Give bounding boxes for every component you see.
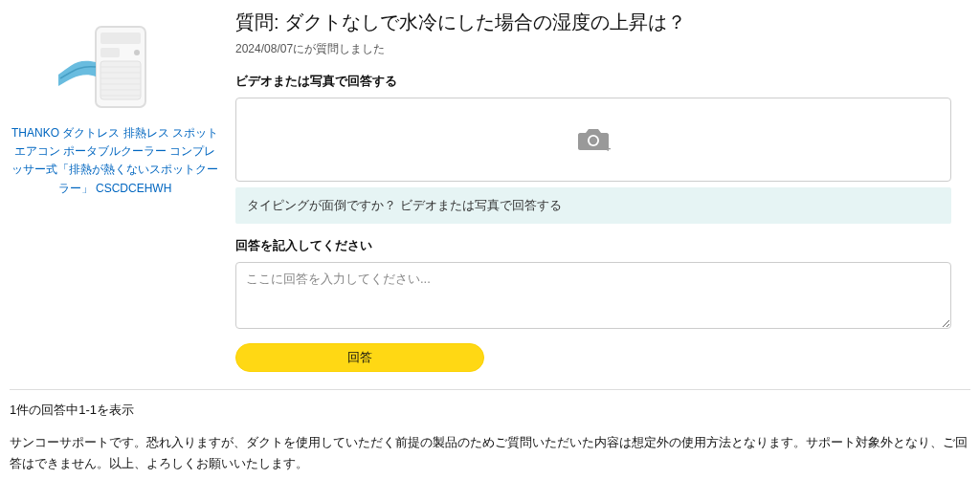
question-meta: 2024/08/07にが質問しました (235, 41, 951, 57)
answer-label: 回答を記入してください (235, 237, 951, 254)
product-image[interactable] (53, 19, 177, 115)
svg-rect-1 (100, 33, 141, 44)
section-divider (10, 389, 970, 390)
svg-point-3 (134, 50, 140, 55)
answer-body: サンコーサポートです。恐れ入りますが、ダクトを使用していただく前提の製品のためご… (10, 432, 970, 474)
question-title: 質問: ダクトなしで水冷にした場合の湿度の上昇は？ (235, 10, 951, 35)
svg-point-12 (590, 137, 597, 144)
answer-input[interactable] (235, 262, 951, 329)
product-title-link[interactable]: THANKO ダクトレス 排熱レス スポットエアコン ポータブルクーラー コンプ… (10, 124, 220, 198)
media-hint-bar: タイピングが面倒ですか？ ビデオまたは写真で回答する (235, 187, 951, 224)
submit-answer-button[interactable]: 回答 (235, 343, 484, 372)
media-upload-dropzone[interactable]: + (235, 98, 951, 182)
media-answer-label: ビデオまたは写真で回答する (235, 73, 951, 90)
svg-text:+: + (605, 142, 611, 154)
answers-count: 1件の回答中1-1を表示 (10, 402, 970, 419)
svg-rect-2 (100, 48, 120, 57)
camera-icon: + (576, 125, 611, 154)
